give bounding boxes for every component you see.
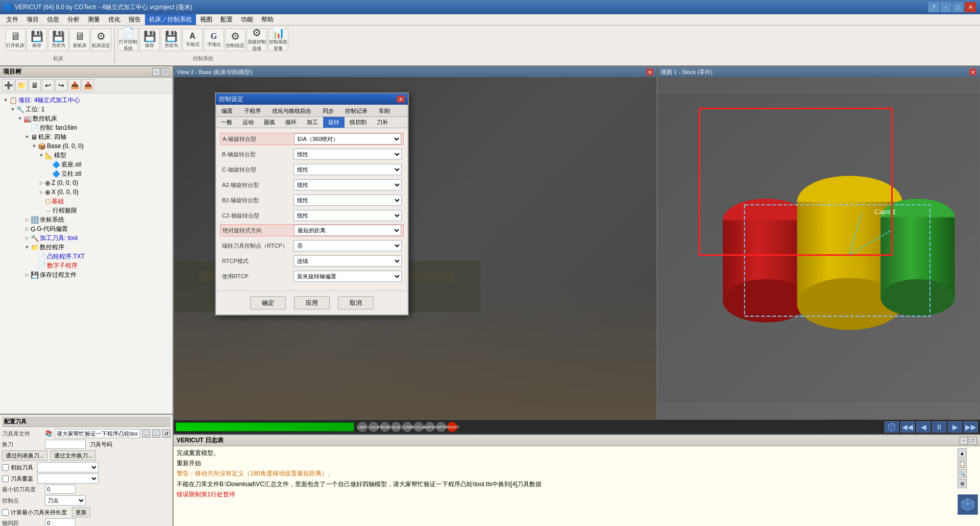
left-view-content[interactable]: 控制设定 ✕ 编置 子程序 优化与曲线拟合 同步 控制记录 车削 (174, 77, 656, 419)
tree-undo-btn[interactable]: ↩ (42, 79, 54, 91)
axis-distance-input[interactable] (45, 518, 76, 526)
nav-back-btn[interactable]: ◀ (916, 421, 930, 433)
tree-jigen[interactable]: ▷ ⬡ 基础 (0, 197, 173, 206)
save-expander[interactable]: ▷ (23, 271, 31, 278)
tree-control[interactable]: ▷ 📄 控制: fan16im (0, 123, 173, 132)
font-btn[interactable]: A 字格式 (182, 29, 203, 51)
a-axis-select[interactable]: EIA（360绝对） 线性 (294, 133, 401, 145)
log-side-btn2[interactable]: 📋 (958, 459, 967, 468)
project-expander[interactable]: ▼ (2, 97, 9, 104)
tree-job[interactable]: ▼ 🔧 工位: 1 (0, 105, 173, 114)
c2-axis-select[interactable]: 线性 (293, 210, 402, 221)
tree-folder-btn[interactable]: 📁 (15, 79, 28, 91)
menu-info[interactable]: 信息 (43, 14, 63, 25)
control-var-btn[interactable]: 📊 控制系统变量 (268, 29, 288, 51)
subtab-arc[interactable]: 圆弧 (259, 117, 280, 128)
calc-min-checkbox[interactable] (2, 509, 9, 516)
browse-btn1[interactable]: ... (142, 429, 150, 438)
nav-forward-btn[interactable]: ▶▶ (964, 421, 978, 433)
saveas-machine-btn[interactable]: 💾 另存为 (48, 29, 68, 51)
browse-btn2[interactable]: ... (152, 429, 160, 438)
tab-optimize[interactable]: 优化与曲线拟合 (266, 105, 317, 117)
tree-programs[interactable]: ▼ 📁 数控程序 (0, 243, 173, 252)
log-side-btn1[interactable]: ▲ (958, 448, 967, 458)
menu-machine-control[interactable]: 机床／控制系统 (145, 14, 196, 25)
menu-help[interactable]: 帮助 (257, 14, 278, 25)
opti-btn[interactable]: OPTI (436, 422, 446, 432)
limit-btn[interactable]: LIMIT (357, 422, 368, 432)
tree-save-btn[interactable]: 📤 (82, 79, 94, 91)
menu-config[interactable]: 配置 (216, 14, 237, 25)
subtab-rotate[interactable]: 旋转 (323, 117, 345, 128)
rapid-btn[interactable]: RAPID (425, 422, 435, 432)
open-machine-btn[interactable]: 🖥 打开机床 (5, 29, 26, 51)
nav-pause-btn[interactable]: ⏸ (932, 421, 946, 433)
tree-gcode[interactable]: ▷ G G-代码偏置 (0, 224, 173, 233)
menu-project[interactable]: 项目 (22, 14, 43, 25)
tree-coord[interactable]: ▷ 🔢 坐标系统 (0, 215, 173, 224)
model-expander[interactable]: ▼ (38, 152, 45, 159)
tree-content[interactable]: ▼ 📋 项目: 4轴立式加工中心 ▼ 🔧 工位: 1 ▼ 🏭 数控机床 (0, 93, 173, 414)
win-close-btn[interactable]: ✕ (965, 2, 976, 12)
menu-function[interactable]: 功能 (237, 14, 257, 25)
menu-analyze[interactable]: 分析 (63, 14, 84, 25)
nav-play-btn[interactable]: ▶ (948, 421, 962, 433)
control-config-btn[interactable]: ⚙ 控制设定 (225, 29, 246, 51)
tree-z-axis[interactable]: ▷ ⊕ Z (0, 0, 0) (0, 178, 173, 187)
a2-axis-select[interactable]: 线性 (293, 179, 402, 190)
subtab-motion[interactable]: 运动 (237, 117, 259, 128)
tool-library-input[interactable] (55, 429, 140, 438)
save-machine-btn[interactable]: 💾 保存 (27, 29, 47, 51)
apply-btn[interactable]: 应用 (294, 296, 330, 309)
gcode-expander[interactable]: ▷ (23, 225, 31, 232)
programs-expander[interactable]: ▼ (23, 244, 31, 251)
job-expander[interactable]: ▼ (9, 106, 16, 113)
sub-btn[interactable]: SUB (391, 422, 401, 432)
tree-lizhu[interactable]: ▷ 🔷 立柱.stl (0, 169, 173, 178)
initial-tool-select[interactable] (37, 462, 99, 472)
menu-report[interactable]: 报告 (125, 14, 145, 25)
use-rtcp-select[interactable]: 装夹旋转轴偏置 (293, 271, 402, 282)
tree-model[interactable]: ▼ 📐 模型 (0, 151, 173, 160)
tree-add-btn[interactable]: ➕ (2, 79, 14, 91)
control-point-select[interactable]: 刀尖 (45, 495, 86, 506)
view-3d-btn[interactable] (885, 421, 899, 433)
tree-project-root[interactable]: ▼ 📋 项目: 4轴立式加工中心 (0, 95, 173, 105)
menu-file[interactable]: 文件 (2, 14, 22, 25)
update-btn[interactable]: 更新 (72, 507, 90, 517)
tree-travel[interactable]: ▷ ↔ 行程极限 (0, 206, 173, 215)
tab-log[interactable]: 控制记录 (339, 105, 373, 117)
min-cut-input[interactable] (45, 485, 76, 494)
tree-cam-program[interactable]: ▷ 📄 凸轮程序.TXT (0, 252, 173, 261)
menu-measure[interactable]: 测量 (84, 14, 104, 25)
open-control-btn[interactable]: 📄 打开控制系统 (118, 29, 138, 51)
menu-optimize[interactable]: 优化 (104, 14, 125, 25)
c-axis-select[interactable]: 线性 (293, 164, 402, 175)
tree-tools[interactable]: ▷ 🔨 加工刀具: tool (0, 233, 173, 243)
subtab-process[interactable]: 加工 (302, 117, 323, 128)
tree-dijia[interactable]: ▷ 🔷 底座.stl (0, 160, 173, 169)
log-side-btn3[interactable]: 🔍 (958, 469, 967, 478)
z-expander[interactable]: ▷ (38, 179, 45, 186)
tools-expander[interactable]: ▷ (23, 234, 31, 242)
address-btn[interactable]: G 字地址 (204, 29, 224, 51)
win-max-btn[interactable]: □ (952, 2, 964, 12)
tool-cover-checkbox[interactable] (2, 475, 9, 482)
tree-base[interactable]: ▼ 📦 Base (0, 0, 0) (0, 141, 173, 151)
tool-number-input[interactable] (45, 440, 86, 449)
b-axis-select[interactable]: 线性 (293, 149, 402, 160)
subtab-cycle[interactable]: 循环 (280, 117, 302, 128)
subtab-comp[interactable]: 刀补 (372, 117, 393, 128)
subtab-wire[interactable]: 线切割 (345, 117, 372, 128)
tab-subprogram[interactable]: 子程序 (238, 105, 266, 117)
log-minimize-btn[interactable]: － (960, 437, 968, 445)
tool-cover-select[interactable] (37, 473, 99, 484)
win-min-btn[interactable]: － (940, 2, 951, 12)
by-file-btn[interactable]: 通过文件换刀... (51, 450, 96, 461)
rtcp-mode-select[interactable]: 连续 (293, 255, 402, 267)
log-restore-btn[interactable]: □ (969, 437, 977, 445)
right-view-content[interactable]: Caps 1 (658, 77, 979, 419)
tab-turning[interactable]: 车削 (373, 105, 396, 117)
probe-btn[interactable]: PROBE (380, 422, 390, 432)
b2-axis-select[interactable]: 线性 (293, 195, 402, 206)
